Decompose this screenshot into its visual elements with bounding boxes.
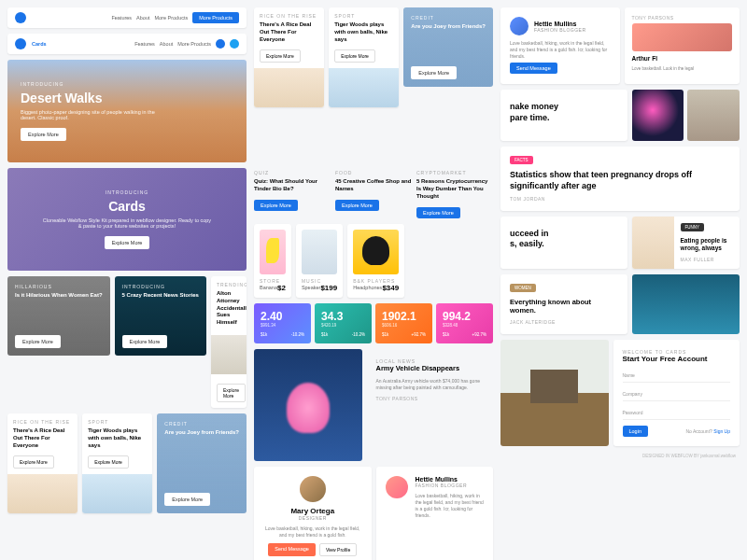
form-row: WELCOME TO CARDS Start Your Free Account…	[500, 340, 740, 446]
hero-title: Cards	[108, 199, 146, 214]
hero-label: INTRODUCING	[21, 81, 233, 87]
fact-card-img[interactable]: FUNNY Eating people is wrong, always MAX…	[632, 217, 740, 269]
nav-features[interactable]: Features	[111, 15, 132, 21]
nav-about[interactable]: About	[160, 41, 173, 47]
brand-label: Cards	[32, 41, 47, 47]
image-card[interactable]	[632, 274, 740, 335]
teaser-row-2: ucceed in s, easily. FUNNY Eating people…	[500, 217, 740, 269]
teaser-card[interactable]: ucceed in s, easily.	[500, 217, 627, 269]
hero-label: INTRODUCING	[106, 189, 148, 195]
small-card[interactable]: RICE ON THE RISEThere's A Rice Deal Out …	[254, 7, 324, 107]
overlay-card[interactable]: CREDITAre you Joey from Friends? Explore…	[403, 7, 493, 87]
avatar	[510, 17, 529, 35]
view-profile-button[interactable]: View Profile	[319, 543, 357, 556]
twitter-icon[interactable]	[230, 39, 239, 49]
nav-cta-button[interactable]: More Products	[192, 12, 239, 23]
company-input[interactable]: Company	[623, 387, 731, 401]
small-card[interactable]: TRENDINGAlton Attorney Accidentally Sues…	[211, 276, 247, 408]
small-card[interactable]: RICE ON THE RISEThere's A Rice Deal Out …	[7, 413, 78, 513]
nav-about[interactable]: About	[136, 15, 149, 21]
explore-button[interactable]: Explore More	[21, 128, 66, 141]
news-row: LOCAL NEWS Army Vehicle Disappears An Au…	[254, 349, 493, 461]
sub-nav: Cards Features About More Products	[7, 34, 247, 54]
hero-title: Desert Walks	[21, 91, 233, 105]
profile-card: Mary Ortega DESIGNER Love basketball, hi…	[254, 467, 372, 560]
bottom-cards-row: RICE ON THE RISEThere's A Rice Deal Out …	[7, 413, 247, 513]
signup-form: WELCOME TO CARDS Start Your Free Account…	[613, 340, 740, 446]
logo-icon	[15, 38, 26, 49]
signup-link[interactable]: Sign Up	[713, 428, 730, 434]
image-card[interactable]	[687, 90, 740, 141]
password-input[interactable]: Password	[623, 406, 731, 420]
form-title: Start Your Free Account	[623, 355, 731, 363]
top-nav: Features About More Products More Produc…	[7, 7, 247, 28]
teaser-card[interactable]: nake money pare time.	[500, 90, 627, 141]
profile-card-cut: TONY PARSONS Arthur Fl Love basketball. …	[625, 7, 740, 84]
facebook-icon[interactable]	[216, 39, 225, 49]
article-card[interactable]: FOOD 45 Creative Coffee Shop and Names E…	[335, 170, 412, 217]
house-image	[500, 340, 609, 446]
article-card[interactable]: QUIZ Quiz: What Should Your Tinder Bio B…	[254, 170, 331, 217]
thumb-image	[632, 217, 674, 269]
logo-icon	[15, 12, 26, 23]
profile-card-horizontal: Hettie Mullins FASHION BLOGGER Love bask…	[376, 467, 494, 560]
top-cards-row: RICE ON THE RISEThere's A Rice Deal Out …	[254, 7, 493, 107]
stat-card[interactable]: 994.2$328.48 $1k+92.7%	[436, 303, 493, 343]
avatar	[632, 23, 733, 51]
name-input[interactable]: Name	[623, 369, 731, 383]
article-row: QUIZ Quiz: What Should Your Tinder Bio B…	[254, 170, 493, 217]
stat-card[interactable]: 1902.1$606.16 $1k+92.7%	[375, 303, 432, 343]
image-row	[254, 113, 493, 164]
hero-subtitle: Cloneable Webflow Style Kit prepared in …	[42, 217, 212, 229]
send-message-button[interactable]: Send Message	[510, 63, 557, 74]
fact-row-3: WOMEN Everything known about women. JACK…	[500, 274, 740, 335]
overlay-card[interactable]: CREDITAre you Joey from Friends? Explore…	[157, 413, 247, 513]
product-card[interactable]: STORE Banana$2	[254, 224, 291, 298]
small-cards-row: HILLARIOUSIs it Hilarious When Women Eat…	[7, 276, 247, 408]
top-profile-row: Hettie MullinsFASHION BLOGGER Love baske…	[500, 7, 740, 84]
stats-row: 2.40$991.34 $1k-10.2% 34.3$420.19 $1k-10…	[254, 303, 493, 343]
stat-card[interactable]: 2.40$991.34 $1k-10.2%	[254, 303, 311, 343]
overlay-card[interactable]: HILLARIOUSIs it Hilarious When Women Eat…	[7, 276, 110, 356]
login-button[interactable]: Login	[623, 426, 648, 437]
nav-features[interactable]: Features	[134, 41, 155, 47]
send-message-button[interactable]: Send Message	[268, 543, 316, 556]
hero-subtitle: Biggest photo-paper designing site of pe…	[21, 109, 159, 120]
footer-credit: DESIGNED IN WEBFLOW BY jankosmal.webflow	[500, 452, 740, 460]
author: TONY PARSONS	[632, 15, 733, 21]
profile-row: Mary Ortega DESIGNER Love basketball, hi…	[254, 467, 493, 560]
article-card[interactable]: CRYPTOMARKET 5 Reasons Cryptocurrency Is…	[416, 170, 493, 217]
product-row: STORE Banana$2 MUSIC Speaker$199 B&K PLA…	[254, 224, 493, 298]
avatar	[386, 476, 408, 498]
nav-more[interactable]: More Products	[154, 15, 188, 21]
stat-card[interactable]: 34.3$420.19 $1k-10.2%	[315, 303, 372, 343]
small-card[interactable]: SPORTTiger Woods plays with own balls, N…	[82, 413, 152, 513]
jellyfish-image	[254, 349, 362, 461]
profile-card: Hettie MullinsFASHION BLOGGER Love baske…	[500, 7, 620, 84]
news-card[interactable]: LOCAL NEWS Army Vehicle Disappears An Au…	[367, 349, 494, 461]
explore-button[interactable]: Explore More	[105, 236, 150, 249]
nav-more[interactable]: More Products	[177, 41, 211, 47]
hero-cards: INTRODUCING Cards Cloneable Webflow Styl…	[7, 168, 247, 271]
product-card[interactable]: B&K PLAYERS Headphones$349	[347, 224, 404, 298]
fact-card[interactable]: FACTS Statistics show that teen pregnanc…	[500, 147, 740, 210]
overlay-card[interactable]: INTRODUCING5 Crazy Recent News Stories E…	[115, 276, 206, 356]
product-card[interactable]: MUSIC Speaker$199	[296, 224, 343, 298]
image-card[interactable]	[632, 90, 684, 141]
avatar	[300, 476, 326, 502]
small-card[interactable]: SPORTTiger Woods plays with own balls, N…	[329, 7, 399, 107]
hero-desert: INTRODUCING Desert Walks Biggest photo-p…	[7, 60, 247, 162]
teaser-row: nake money pare time.	[500, 90, 740, 141]
fact-card[interactable]: WOMEN Everything known about women. JACK…	[500, 274, 627, 335]
